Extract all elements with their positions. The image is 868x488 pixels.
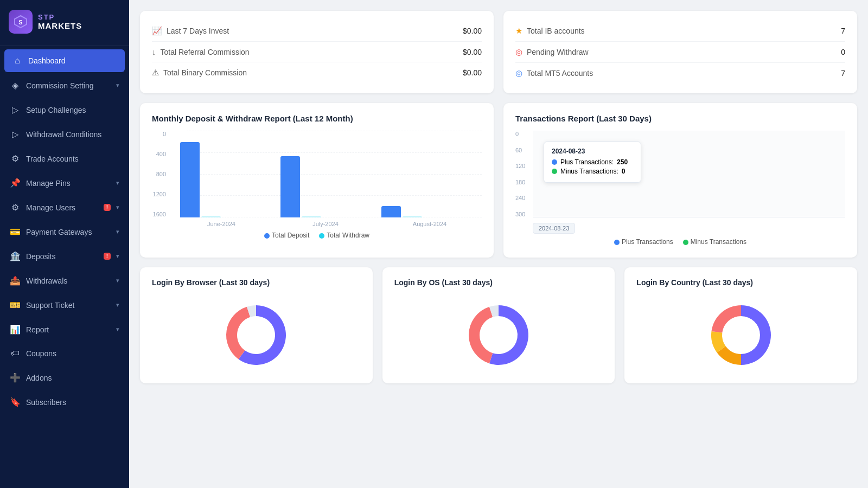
sidebar-item-setup-challenges[interactable]: ▷Setup Challenges	[0, 98, 129, 122]
bar-chart-card: Monthly Deposit & Withdraw Report (Last …	[140, 103, 494, 258]
withdrawals-chevron: ▾	[116, 277, 119, 284]
logo-markets: MARKETS	[38, 21, 82, 30]
stat-label: ★ Total IB accounts	[515, 26, 585, 36]
sidebar-item-manage-pins[interactable]: 📌Manage Pins▾	[0, 171, 129, 195]
bar-y-label: 0	[152, 131, 166, 137]
sidebar-item-support-ticket[interactable]: 🎫Support Ticket▾	[0, 293, 129, 317]
stat-icon: 📈	[152, 26, 162, 36]
sidebar-items-container: ⌂Dashboard◈Commission Setting▾▷Setup Cha…	[0, 48, 129, 414]
stat-value: $0.00	[463, 68, 482, 77]
bar-chart-area: 160012008004000 June-2024July-2024August…	[152, 131, 482, 239]
stat-value: 0	[841, 48, 845, 56]
txn-chart-title: Transactions Report (Last 30 Days)	[515, 114, 845, 123]
stat-label-text: Pending Withdraw	[527, 48, 589, 56]
dashboard-icon: ⌂	[12, 56, 23, 66]
logo-icon: S	[9, 10, 33, 34]
sidebar-logo: S STP MARKETS	[0, 0, 129, 43]
sidebar-item-commission-setting[interactable]: ◈Commission Setting▾	[0, 73, 129, 98]
donut-os-card: Login By OS (Last 30 days)	[382, 267, 615, 383]
commission-setting-label: Commission Setting	[26, 81, 111, 90]
support-ticket-chevron: ▾	[116, 301, 119, 309]
bar-chart-y-axis: 160012008004000	[152, 131, 169, 217]
donut-os-title: Login By OS (Last 30 days)	[394, 278, 603, 287]
sidebar-item-addons[interactable]: ➕Addons	[0, 365, 129, 390]
donut-segment	[226, 307, 250, 359]
stat-value: $0.00	[463, 27, 482, 35]
stat-value: $0.00	[463, 48, 482, 56]
report-chevron: ▾	[116, 326, 119, 333]
manage-users-label: Manage Users	[26, 203, 98, 212]
donut-country-title: Login By Country (Last 30 days)	[636, 278, 845, 287]
stat-value: 7	[841, 69, 845, 78]
coupons-icon: 🏷	[10, 349, 21, 358]
txn-y-label: 120	[515, 163, 525, 169]
donut-browser-title: Login By Browser (Last 30 days)	[152, 278, 361, 287]
manage-users-badge: !	[104, 204, 111, 211]
manage-pins-label: Manage Pins	[26, 179, 111, 188]
addons-icon: ➕	[10, 373, 21, 383]
bar-chart-title: Monthly Deposit & Withdraw Report (Last …	[152, 114, 482, 123]
deposits-icon: 🏦	[10, 251, 21, 261]
stat-icon: ◎	[515, 68, 522, 78]
donut-segment	[741, 305, 771, 365]
sidebar-item-manage-users[interactable]: ⚙Manage Users!▾	[0, 195, 129, 220]
sidebar-divider	[0, 46, 129, 46]
sidebar-item-payment-gateways[interactable]: 💳Payment Gateways▾	[0, 220, 129, 244]
stat-label-text: Last 7 Days Invest	[167, 27, 229, 35]
addons-label: Addons	[26, 374, 119, 382]
txn-y-label: 60	[515, 147, 525, 153]
sidebar-item-dashboard[interactable]: ⌂Dashboard	[4, 49, 125, 72]
commission-setting-icon: ◈	[10, 80, 21, 91]
txn-y-label: 300	[515, 211, 525, 217]
stat-label-text: Total MT5 Accounts	[527, 69, 593, 78]
donuts-row: Login By Browser (Last 30 days) Login By…	[140, 267, 857, 383]
stat-row: ★ Total IB accounts 7	[515, 21, 845, 42]
donut-segment	[711, 305, 741, 333]
grid-line	[187, 131, 482, 131]
bar-chart-x-axis: June-2024July-2024August-2024	[152, 217, 482, 227]
deposits-label: Deposits	[26, 252, 98, 261]
trade-accounts-label: Trade Accounts	[26, 155, 119, 163]
txn-y-label: 0	[515, 131, 525, 137]
deposit-bar	[381, 206, 401, 217]
donut-country-card: Login By Country (Last 30 days)	[624, 267, 857, 383]
stat-icon: ↓	[152, 47, 156, 56]
deposit-bar	[280, 156, 300, 217]
sidebar-item-withdrawal-conditions[interactable]: ▷Withdrawal Conditions	[0, 122, 129, 146]
withdraw-bar	[201, 216, 221, 217]
sidebar-item-subscribers[interactable]: 🔖Subscribers	[0, 390, 129, 414]
deposit-bar	[180, 142, 200, 217]
donut-country-svg	[700, 294, 782, 376]
bar-group	[280, 156, 370, 217]
sidebar-item-trade-accounts[interactable]: ⚙Trade Accounts	[0, 146, 129, 171]
manage-pins-chevron: ▾	[116, 179, 119, 187]
report-label: Report	[26, 325, 111, 334]
tooltip-date: 2024-08-23	[552, 147, 633, 155]
sidebar-item-report[interactable]: 📊Report▾	[0, 317, 129, 342]
bar-y-label: 1600	[152, 211, 166, 217]
withdraw-bar	[302, 216, 321, 217]
stat-row: ⚠ Total Binary Commission $0.00	[152, 62, 482, 83]
stat-icon: ⚠	[152, 68, 159, 78]
stats-card-left: 📈 Last 7 Days Invest $0.00 ↓ Total Refer…	[140, 11, 494, 93]
sidebar-item-withdrawals[interactable]: 📤Withdrawals▾	[0, 268, 129, 293]
dashboard-label: Dashboard	[28, 56, 117, 65]
txn-tooltip: 2024-08-23 Plus Transactions: 250 Minus …	[544, 142, 641, 183]
donut-browser-card: Login By Browser (Last 30 days)	[140, 267, 373, 383]
tooltip-minus-value: 0	[622, 168, 626, 175]
tooltip-minus-dot	[552, 169, 557, 174]
coupons-label: Coupons	[26, 349, 119, 358]
payment-gateways-chevron: ▾	[116, 228, 119, 235]
sidebar-item-deposits[interactable]: 🏦Deposits!▾	[0, 244, 129, 268]
setup-challenges-icon: ▷	[10, 105, 21, 115]
donut-segment	[469, 307, 493, 364]
report-icon: 📊	[10, 324, 21, 335]
svg-text:S: S	[18, 19, 22, 25]
withdrawal-conditions-icon: ▷	[10, 129, 21, 139]
stats-row: 📈 Last 7 Days Invest $0.00 ↓ Total Refer…	[140, 11, 857, 93]
sidebar-item-coupons[interactable]: 🏷Coupons	[0, 342, 129, 365]
charts-row: Monthly Deposit & Withdraw Report (Last …	[140, 103, 857, 258]
stat-row: ↓ Total Referral Commission $0.00	[152, 42, 482, 62]
subscribers-icon: 🔖	[10, 397, 21, 407]
txn-y-label: 240	[515, 195, 525, 201]
